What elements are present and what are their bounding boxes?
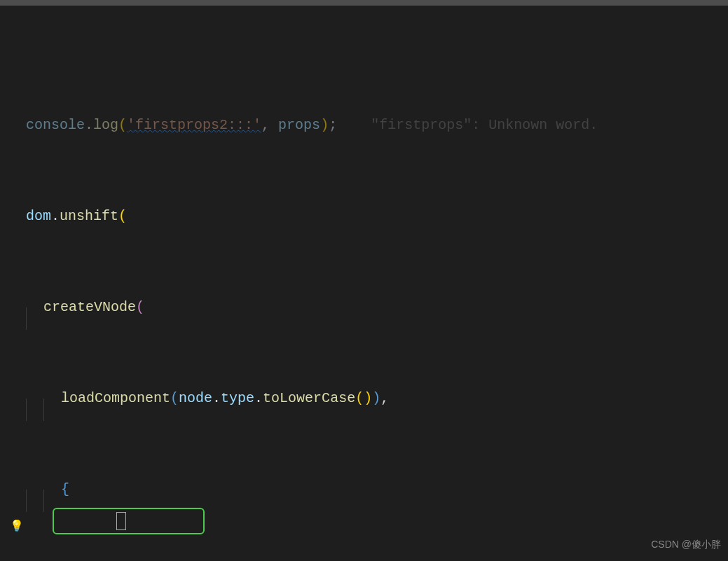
code-line[interactable]: {	[26, 478, 728, 501]
token-paren: )	[372, 387, 380, 410]
code-editor[interactable]: console.log('firstprops2:::', props); "f…	[0, 0, 728, 561]
token-punct: .	[254, 387, 263, 410]
token-brace: {	[61, 478, 69, 501]
code-line[interactable]: createVNode(	[26, 296, 728, 319]
token-punct: .	[212, 387, 221, 410]
token-punct: ;	[329, 114, 337, 137]
token-func: loadComponent	[61, 387, 170, 410]
code-line[interactable]: dom.unshift(	[26, 205, 728, 228]
token-var: node	[179, 387, 212, 410]
token-func: unshift	[60, 205, 118, 228]
token-func: log	[93, 114, 118, 137]
code-line[interactable]: loadComponent(node.type.toLowerCase()),	[26, 387, 728, 410]
token-paren: (	[118, 114, 127, 137]
token-var: type	[221, 387, 254, 410]
lint-hint: "firstprops": Unknown word.	[337, 114, 598, 137]
token-var: dom	[26, 205, 51, 228]
token-paren: )	[364, 387, 372, 410]
token-punct: .	[85, 114, 93, 137]
token-func: toLowerCase	[263, 387, 355, 410]
token-punct: .	[51, 205, 60, 228]
token-paren: (	[136, 296, 144, 319]
selection-highlight	[53, 508, 205, 534]
token-var: console	[26, 114, 85, 137]
token-func: createVNode	[43, 296, 136, 319]
token-string: 'firstprops2:::'	[127, 114, 261, 137]
watermark: CSDN @傻小胖	[651, 533, 721, 556]
token-paren: (	[170, 387, 179, 410]
token-paren: (	[118, 205, 127, 228]
code-line[interactable]: console.log('firstprops2:::', props); "f…	[26, 114, 728, 137]
lightbulb-icon[interactable]: 💡	[10, 515, 24, 539]
token-paren: )	[320, 114, 329, 137]
token-punct: ,	[261, 114, 278, 137]
cursor	[116, 512, 126, 530]
token-punct: ,	[380, 387, 389, 410]
token-paren: (	[355, 387, 364, 410]
token-var: props	[278, 114, 320, 137]
